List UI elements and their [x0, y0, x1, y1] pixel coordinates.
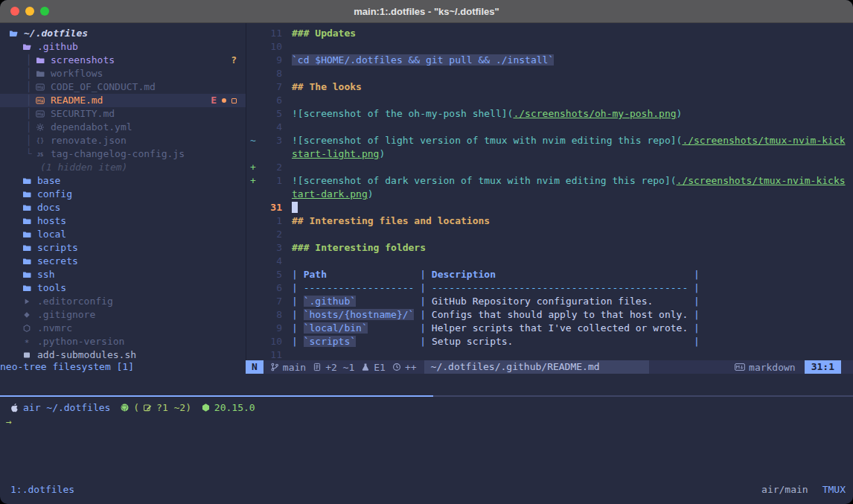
tree-item-secrets[interactable]: secrets [0, 255, 246, 268]
syntax-md: ) [368, 188, 374, 200]
tree-item-hosts[interactable]: hosts [0, 214, 246, 228]
tree-item-readme.md[interactable]: │README.mdE [0, 94, 246, 107]
tree-item-label: .github [37, 40, 246, 54]
asterisk-icon: * [22, 337, 33, 346]
editor-line[interactable]: 8 [246, 67, 853, 80]
tree-item-security.md[interactable]: │SECURITY.md [0, 107, 246, 121]
editor-line[interactable]: 6| ------------------- | ---------------… [246, 281, 853, 295]
tree-item-tag-changelog-config.js[interactable]: └JStag-changelog-config.js [0, 147, 246, 161]
tree-item--1-hidden-item-[interactable]: (1 hidden item) [0, 161, 246, 174]
syntax-h2: ## Interesting files and locations [292, 215, 490, 226]
prompt-text: ?1 ~2) [156, 401, 197, 415]
tree-item-local[interactable]: local [0, 228, 246, 241]
tree-item-screenshots[interactable]: │screenshots? [0, 54, 246, 67]
buffer-icon [313, 363, 322, 371]
mode-indicator: N [246, 360, 263, 374]
editor-line[interactable]: tart-dark.png) [246, 188, 853, 201]
editor-line[interactable]: 4 [246, 121, 853, 134]
terminal-window: main:1:.dotfiles - "ks~/.dotfiles" ~/.do… [0, 0, 853, 504]
gutter-sign [246, 308, 260, 322]
close-button[interactable] [10, 7, 19, 16]
line-number [260, 147, 282, 161]
editor-line[interactable]: 5![screenshot of the oh-my-posh shell](.… [246, 107, 853, 121]
titlebar[interactable]: main:1:.dotfiles - "ks~/.dotfiles" [0, 0, 853, 23]
tree-item--.dotfiles[interactable]: ~/.dotfiles [0, 27, 246, 40]
editor-line[interactable]: 6 [246, 94, 853, 107]
editor-line[interactable]: 7| `.github` | GitHub Repository configu… [246, 295, 853, 308]
editor-line[interactable]: 4 [246, 255, 853, 268]
gutter-sign [246, 281, 260, 295]
tree-item-label: .editorconfig [37, 295, 246, 308]
tree-item-.python-version[interactable]: *.python-version [0, 335, 246, 348]
tree-item-workflows[interactable]: │workflows [0, 67, 246, 80]
syntax-url: tart-dark.png [292, 188, 368, 200]
editor-line[interactable]: 11### Updates [246, 27, 853, 40]
editor-buffer[interactable]: 11### Updates109`cd $HOME/.dotfiles && g… [246, 23, 853, 360]
tree-item-ssh[interactable]: ssh [0, 268, 246, 281]
line-text: `cd $HOME/.dotfiles && git pull && ./ins… [292, 54, 554, 67]
line-text: | Path | Description | [292, 268, 700, 281]
prompt-arrow: → [6, 415, 12, 429]
syntax-pipe: | [414, 322, 431, 334]
tree-guide: │ [26, 107, 36, 121]
tmux-window-label[interactable]: 1:.dotfiles [10, 484, 74, 495]
tree-item-code-of-conduct.md[interactable]: │CODE_OF_CONDUCT.md [0, 80, 246, 94]
tree-item-.github[interactable]: .github [0, 40, 246, 54]
editor-line[interactable]: 9`cd $HOME/.dotfiles && git pull && ./in… [246, 54, 853, 67]
tree-item-config[interactable]: config [0, 188, 246, 201]
minimize-button[interactable] [25, 7, 34, 16]
tree-item-renovate.json[interactable]: │{}renovate.json [0, 134, 246, 147]
editor-line[interactable]: 1## Interesting files and locations [246, 214, 853, 228]
tree-item-tools[interactable]: tools [0, 281, 246, 295]
syntax-colhead: Description [432, 269, 496, 280]
editorconfig-icon [22, 297, 33, 306]
file-path[interactable]: ~/.dotfiles/.github/README.md [424, 360, 649, 374]
syntax-pipe: | [414, 336, 431, 347]
pane-divider[interactable] [0, 395, 853, 397]
editor-line[interactable]: +2 [246, 161, 853, 174]
tree-item-dependabot.yml[interactable]: │dependabot.yml [0, 121, 246, 134]
tree-item-docs[interactable]: docs [0, 201, 246, 214]
line-text: ## Interesting files and locations [292, 214, 490, 228]
tree-item-.editorconfig[interactable]: .editorconfig [0, 295, 246, 308]
editor-line[interactable]: 3### Interesting folders [246, 241, 853, 255]
editor-line[interactable]: 2 [246, 228, 853, 241]
editor-line[interactable]: ~3![screenshot of light version of tmux … [246, 134, 853, 147]
editor-line[interactable]: 10 [246, 40, 853, 54]
tree-item-label: README.md [51, 94, 211, 107]
tree-item-base[interactable]: base [0, 174, 246, 188]
line-number: 2 [260, 228, 282, 241]
tree-item-label: base [37, 174, 246, 188]
line-text: start-light.png) [292, 147, 385, 161]
editor-line[interactable]: start-light.png) [246, 147, 853, 161]
gutter-sign [246, 121, 260, 134]
editor-line[interactable]: 8| `hosts/{hostname}/` | Configs that sh… [246, 308, 853, 322]
shell-pane[interactable]: air ~/.dotfiles (?1 ~2) 20.15.0 → [0, 399, 853, 479]
editor-line[interactable]: 9| `local/bin` | Helper scripts that I'v… [246, 322, 853, 335]
tree-item-.gitignore[interactable]: .gitignore [0, 308, 246, 322]
tree-guide: └ [26, 147, 36, 161]
editor-line[interactable]: 7## The looks [246, 80, 853, 94]
editor-line[interactable]: +1![screenshot of dark version of tmux w… [246, 174, 853, 188]
syntax-plain [327, 269, 414, 280]
tree-item-.nvmrc[interactable]: .nvmrc [0, 322, 246, 335]
syntax-code: `cd $HOME/.dotfiles && git pull && ./ins… [292, 54, 554, 66]
zoom-button[interactable] [40, 7, 49, 16]
git-branch-segment[interactable]: main [270, 362, 306, 373]
shell-continuation-line[interactable]: → [6, 415, 853, 429]
syntax-md: ![screenshot of light version of tmux wi… [292, 135, 682, 146]
tree-item-add-submodules.sh[interactable]: add-submodules.sh [0, 348, 246, 360]
line-text [292, 201, 298, 214]
tree-item-scripts[interactable]: scripts [0, 241, 246, 255]
syntax-code: `.github` [304, 296, 356, 307]
editor-line[interactable]: 5| Path | Description | [246, 268, 853, 281]
editor-line[interactable]: 31 [246, 201, 853, 214]
editor-line[interactable]: 11 [246, 348, 853, 360]
syntax-url: ./screenshots/tmux-nvim-kick [682, 135, 845, 146]
editor-line[interactable]: 10| `scripts` | Setup scripts. | [246, 335, 853, 348]
line-text: | `scripts` | Setup scripts. | [292, 335, 700, 348]
syntax-pipe: | [292, 282, 304, 293]
tree-item-label: dependabot.yml [51, 121, 246, 134]
line-number: 4 [260, 121, 282, 134]
tree-guide: │ [26, 134, 36, 147]
